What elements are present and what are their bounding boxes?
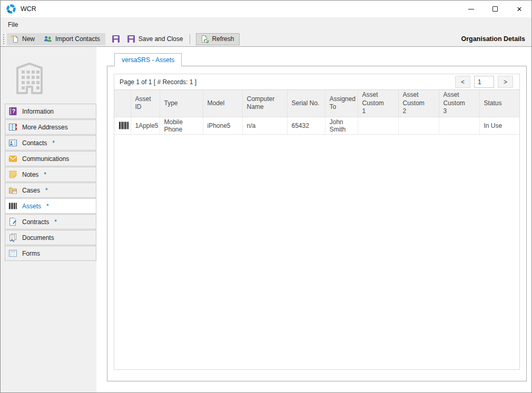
column-header-row-icon xyxy=(114,90,131,117)
app-body: ? Information More xyxy=(1,47,531,392)
menu-bar: File xyxy=(1,17,531,32)
sidebar-item-label: Communications xyxy=(22,155,69,163)
contracts-pen-icon xyxy=(8,217,17,226)
toolbar-grip-icon xyxy=(3,34,4,44)
communications-envelope-icon xyxy=(8,154,17,163)
column-header-model[interactable]: Model xyxy=(203,90,242,117)
modified-marker: * xyxy=(52,139,55,147)
sidebar-item-information[interactable]: ? Information xyxy=(5,104,96,119)
sidebar-item-communications[interactable]: Communications xyxy=(5,151,96,166)
close-icon: ✕ xyxy=(517,5,523,13)
cases-folder-icon xyxy=(8,186,17,195)
modified-marker: * xyxy=(45,187,48,194)
refresh-button[interactable]: Refresh xyxy=(196,33,240,45)
cell-asset-id: 1Apple5 xyxy=(131,117,160,134)
new-button[interactable]: New xyxy=(7,33,40,45)
toolbar-separator xyxy=(190,34,190,44)
sidebar-item-label: Contracts xyxy=(22,218,49,226)
modified-marker: * xyxy=(54,218,57,226)
modified-marker: * xyxy=(46,203,49,210)
sidebar-item-assets[interactable]: Assets * xyxy=(5,198,96,214)
refresh-button-label: Refresh xyxy=(212,35,234,43)
save-icon xyxy=(127,35,135,43)
sidebar: ? Information More xyxy=(1,47,96,392)
cell-asset-custom-2 xyxy=(398,117,439,134)
save-group: Save and Close xyxy=(110,33,185,45)
row-icon-cell xyxy=(114,117,131,134)
sidebar-item-label: Contacts xyxy=(22,139,47,147)
sidebar-item-contacts[interactable]: Contacts * xyxy=(5,135,96,150)
sidebar-item-label: More Addresses xyxy=(22,124,68,131)
new-document-icon xyxy=(11,35,19,43)
context-title: Organisation Details xyxy=(461,35,531,43)
sidebar-item-cases[interactable]: Cases * xyxy=(5,183,96,198)
column-header-type[interactable]: Type xyxy=(160,90,203,117)
more-addresses-icon xyxy=(8,123,17,132)
maximize-icon xyxy=(492,6,498,12)
organisation-building-icon xyxy=(13,60,96,96)
close-button[interactable]: ✕ xyxy=(507,1,531,17)
import-contacts-icon xyxy=(44,35,52,43)
minimize-button[interactable] xyxy=(459,1,483,17)
assets-grid-container: Page 1 of 1 [ # Records: 1 ] < > xyxy=(114,74,520,370)
save-and-close-label: Save and Close xyxy=(139,35,183,43)
column-header-asset-custom-3[interactable]: Asset Custom 3 xyxy=(439,90,479,117)
sidebar-item-forms[interactable]: Forms xyxy=(5,246,96,261)
save-button[interactable] xyxy=(110,33,122,45)
app-window: WCR ✕ File New xyxy=(0,0,532,393)
import-contacts-button-label: Import Contacts xyxy=(55,35,100,43)
import-contacts-button[interactable]: Import Contacts xyxy=(40,33,105,45)
cell-assigned-to: John Smith xyxy=(325,117,358,134)
cell-type: Mobile Phone xyxy=(160,117,203,134)
cell-serial-no: 65432 xyxy=(287,117,325,134)
column-header-asset-custom-2[interactable]: Asset Custom 2 xyxy=(398,90,439,117)
column-header-asset-custom-1[interactable]: Asset Custom 1 xyxy=(358,90,398,117)
next-page-button[interactable]: > xyxy=(498,76,513,88)
cell-status: In Use xyxy=(479,117,519,134)
save-and-close-button[interactable]: Save and Close xyxy=(125,33,185,45)
cell-asset-custom-1 xyxy=(358,117,398,134)
title-bar: WCR ✕ xyxy=(1,1,531,17)
table-row[interactable]: 1Apple5 Mobile Phone iPhone5 n/a 65432 J… xyxy=(114,117,519,134)
contacts-icon xyxy=(8,138,17,147)
sidebar-item-label: Notes xyxy=(22,171,38,178)
page-summary: Page 1 of 1 [ # Records: 1 ] xyxy=(120,78,196,86)
assets-panel: Page 1 of 1 [ # Records: 1 ] < > xyxy=(107,66,527,381)
cell-asset-custom-3 xyxy=(439,117,479,134)
pagination-bar: Page 1 of 1 [ # Records: 1 ] < > xyxy=(114,74,519,90)
sidebar-item-label: Information xyxy=(22,108,54,115)
prev-page-button[interactable]: < xyxy=(455,76,470,88)
sidebar-nav: ? Information More xyxy=(1,104,96,261)
sidebar-item-notes[interactable]: Notes * xyxy=(5,167,96,182)
forms-icon xyxy=(8,249,17,258)
column-header-serial-no[interactable]: Serial No. xyxy=(287,90,325,117)
tab-versasrs-assets[interactable]: versaSRS - Assets xyxy=(114,53,182,66)
information-icon: ? xyxy=(8,107,17,116)
column-header-asset-id[interactable]: Asset ID xyxy=(131,90,160,117)
barcode-icon xyxy=(119,122,129,129)
app-logo-icon xyxy=(6,4,16,14)
main-content: versaSRS - Assets Page 1 of 1 [ # Record… xyxy=(96,47,531,392)
page-number-input[interactable] xyxy=(474,76,494,88)
sidebar-item-more-addresses[interactable]: More Addresses xyxy=(5,119,96,135)
minimize-icon xyxy=(468,9,474,9)
menu-file[interactable]: File xyxy=(3,21,23,28)
modified-marker: * xyxy=(44,171,46,178)
column-header-computer-name[interactable]: Computer Name xyxy=(242,90,287,117)
sidebar-item-label: Cases xyxy=(22,187,40,194)
column-header-status[interactable]: Status xyxy=(479,90,519,117)
window-title: WCR xyxy=(21,5,36,13)
maximize-button[interactable] xyxy=(483,1,507,17)
documents-icon xyxy=(8,233,17,242)
column-header-assigned-to[interactable]: Assigned To xyxy=(325,90,358,117)
sidebar-item-label: Documents xyxy=(22,234,54,241)
assets-table: Asset ID Type Model Computer Name Serial… xyxy=(114,90,519,135)
cell-model: iPhone5 xyxy=(203,117,242,134)
window-controls: ✕ xyxy=(459,1,531,17)
refresh-icon xyxy=(200,35,209,43)
sidebar-item-contracts[interactable]: Contracts * xyxy=(5,214,96,229)
sidebar-item-label: Assets xyxy=(22,203,41,210)
toolbar: New Import Contacts xyxy=(1,32,531,47)
sidebar-item-documents[interactable]: Documents xyxy=(5,230,96,245)
notes-sticky-icon xyxy=(8,170,17,179)
